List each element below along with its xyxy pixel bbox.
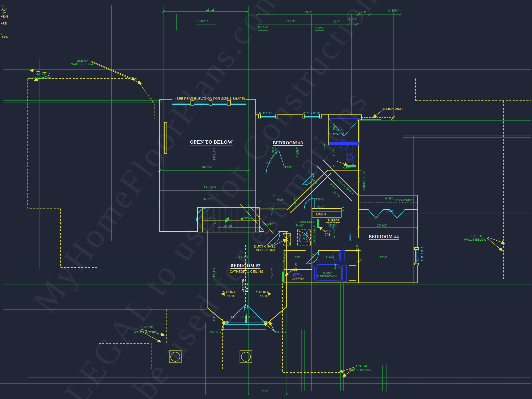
corner-notes: :SE :RLY. .ITY VENT ARE E :TION — [1, 5, 8, 39]
dim-2-6-b2: 2'-6" — [284, 253, 286, 259]
mirror-b2: MIRROR — [292, 278, 304, 281]
line-walls-bc-2: WALLS BELOW — [349, 369, 371, 372]
line-walls-top-1: LINE OF — [76, 59, 89, 62]
closet-rod-vert-2: 1 ROD\1 SHELF — [362, 169, 365, 190]
dim-9-4: 9'-4" — [277, 199, 284, 202]
dim-1-0h: 1'-0½" — [348, 17, 357, 20]
dim-4-0: 4'-0" — [334, 19, 340, 22]
dim-2-4-rot: 2'-4" — [323, 143, 326, 149]
room-bedroom-4: BEDROOM #4 — [369, 234, 399, 240]
tub-size-1: 36"X60" — [322, 271, 333, 274]
mirror-hall: MIRROR — [328, 219, 340, 222]
mirror-bath1: MIRROR — [352, 153, 355, 165]
dim-12-1: 12'-1" — [285, 166, 292, 169]
duct-chase-1: DUCT CHASE — [254, 245, 276, 248]
closet-rod-vert-1: 1 ROD\1 SHELF — [313, 225, 316, 245]
floorplan-sheet: MyHomeFloorPlans.com© ILLEGAL to use for… — [0, 0, 532, 399]
pitch-left-1: 6:12 INT. — [223, 290, 236, 293]
medcab-b2-1: MED. — [291, 268, 298, 271]
attic-size: 22"X30" — [299, 233, 302, 242]
dim-5-8: 5'-8" — [357, 176, 360, 182]
line-walls-bl-1: LINE OF — [141, 326, 153, 329]
dim-13-1h: 13'-1½" — [356, 242, 359, 252]
dim-3-1: 3'-1" — [342, 206, 344, 211]
win-5-0x5-6: 5'-0" x 5'-6" — [420, 246, 423, 261]
pitch-right-1: 6:12 INT. — [256, 290, 269, 293]
dim-14-1q-b: 14'-1¼" — [271, 267, 274, 278]
medcab-hall-1: MED. — [324, 230, 332, 233]
dim-5-1-b: 5'-1" — [295, 256, 300, 259]
dim-7-0: 7'-0" — [262, 390, 268, 393]
dim-1-4: 1'-4" — [213, 316, 215, 321]
line-walls-left-2: WALLS BELOW — [29, 76, 51, 79]
room-open-to-below: OPEN TO BELOW — [190, 140, 233, 146]
dim-6-6: 6'-6" — [334, 263, 337, 269]
railing-open: RAILING — [203, 186, 216, 189]
interior-ridge-2: RIDGE — [246, 282, 248, 292]
closet-rod-hall: 1 ROD\1 SHELF — [295, 221, 316, 223]
dim-9-4q: 9'-4¼" — [385, 197, 393, 200]
full-light-6-0: 6'-0" — [252, 315, 259, 319]
dim-2-4-d: 2'-4" — [312, 253, 315, 258]
shower-size-2: SHOWER — [329, 133, 344, 136]
win-2-6x5-0-a: 2'-6" x 5'-0" — [255, 111, 272, 114]
dim-12-6h: 12'-6½" — [377, 224, 387, 227]
railing-bl: RAILING — [209, 330, 221, 333]
door-2-4-linen: 2'-4" — [317, 206, 324, 209]
win-2-6-rot: 2'-6" — [349, 234, 352, 240]
dim-7-5h: 7'-5½" — [271, 207, 274, 216]
railing-br: RAILING — [274, 330, 286, 333]
dim-2-0q: 2'-0¼" — [315, 26, 324, 29]
dim-7-9h: 7'-9½" — [342, 167, 350, 170]
dim-4-1: 4'-1" — [214, 218, 217, 224]
dim-5-11h: 5'-11½" — [326, 255, 335, 258]
medcab-hall-2: CAB. — [325, 233, 331, 236]
dim-16-5h-a: 16'-5½" — [201, 166, 212, 169]
dim-5-4h: 5'-4½" — [296, 224, 304, 227]
dim-2-4-c: 2'-4" — [266, 161, 272, 165]
cathedral-ceiling: CATHEDRAL CEILING — [230, 270, 264, 273]
room-bedroom-3: BEDROOM #3 — [273, 141, 303, 146]
line-walls-bc-1: LINE OF — [356, 364, 368, 367]
dim-18-11q: 18'-11¼" — [213, 148, 216, 160]
full-light: FULL LIGHT — [231, 315, 251, 319]
dim-2-4-b: 2'-4" — [330, 165, 336, 167]
room-bedroom-2: BEDROOM #2 — [230, 263, 260, 269]
dim-5-1-a: 5'-1" — [330, 224, 336, 227]
dim-3-4: 3'-4" — [333, 124, 336, 129]
dim-18-0: 18'-0" — [304, 11, 312, 14]
dim-1-10q-b: 1'-10¼" — [258, 26, 268, 29]
dim-4-3h-b: 4'-3½" — [315, 198, 324, 201]
dummy-wall: DUMMY WALL — [381, 108, 404, 111]
line-walls-top-2: WALLS BELOW — [71, 63, 94, 66]
line-walls-left-1: LINE OF — [35, 73, 47, 76]
dim-12-10q-a: 12'-10¼" — [272, 147, 275, 159]
dim-8-10h: 8'-10½" — [388, 9, 399, 12]
dim-4-10h: 4'-10½" — [333, 228, 336, 238]
dim-4-3h-a: 4'-3½" — [266, 223, 275, 226]
attic-access-2: ACCESS — [306, 231, 309, 242]
dim-14-1q-a: 14'-1¼" — [212, 267, 215, 277]
stair-up: UP — [208, 217, 212, 220]
closet-linen: LINEN — [316, 213, 326, 216]
duct-chase-2: VERIFY SIZE — [256, 248, 276, 252]
dim-1-0t-a: 1'-0¾" — [275, 147, 278, 154]
line-walls-right-2: WALLS BELOW — [464, 238, 486, 241]
dim-4-10q: 4'-10¼" — [294, 197, 297, 208]
stair-down: DOWN — [244, 217, 253, 220]
tub-size-2: TUB/SHOWER — [317, 275, 338, 278]
note-rear-elevation: (SEE REAR ELEVATION FOR SIZE & SHAPE) — [176, 97, 245, 100]
door-2-6-hall: 2'-6" — [267, 230, 274, 234]
medcab-b2-2: CAB. — [292, 273, 298, 275]
line-walls-bl-2: WALLS BELOW — [134, 331, 156, 334]
dim-5-0h: 5'-0½" — [332, 148, 335, 156]
pitch-right-2: PITCH — [259, 294, 269, 298]
dim-12-8: 12'-8" — [380, 256, 387, 259]
dim-16-11: 16'-11" — [206, 8, 216, 11]
interior-ridge-1: INTERIOR — [242, 279, 245, 293]
line-walls-right-1: LINE OF — [471, 234, 483, 238]
bifold-6-0: 6'-0" — [386, 209, 394, 213]
shower-size-1: 36"X48" — [331, 128, 343, 132]
attic-access-1: ATIC — [303, 234, 305, 240]
closet-rod-br4: 1 ROD\1 SHELF — [393, 199, 414, 202]
